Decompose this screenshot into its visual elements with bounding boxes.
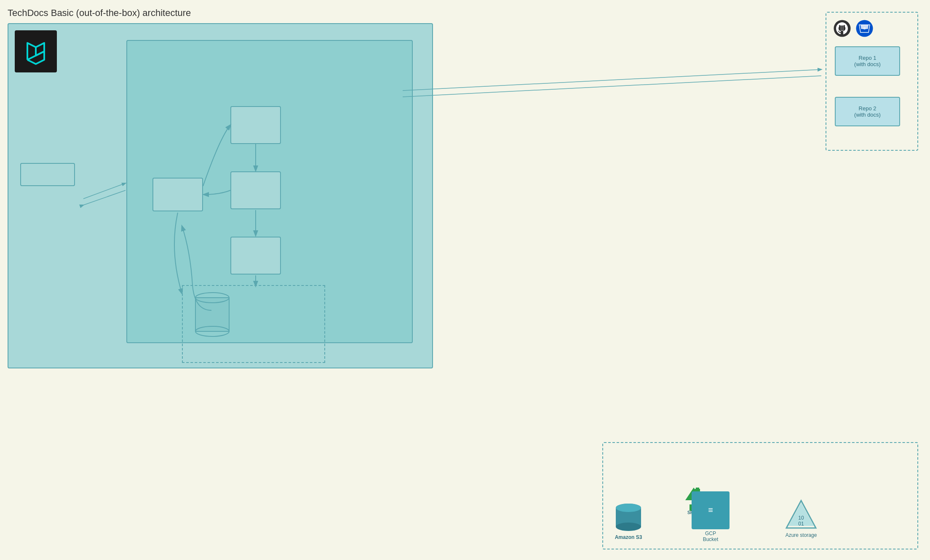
stage-prepare — [230, 106, 281, 144]
repo1-box: Repo 1(with docs) — [835, 46, 900, 76]
repo2-box: Repo 2(with docs) — [835, 97, 900, 126]
svg-point-19 — [616, 504, 641, 512]
svg-rect-23 — [696, 488, 699, 491]
svg-line-15 — [403, 76, 821, 97]
svg-line-14 — [403, 69, 821, 91]
storage-panel: Amazon S3 SFTP ≡ GCPBucket 1001 Azure st… — [602, 442, 918, 549]
bitbucket-icon — [855, 19, 874, 38]
gcp-bucket: ≡ GCPBucket — [692, 491, 730, 542]
techdocs-plugin-box — [20, 163, 75, 186]
page-title: TechDocs Basic (out-of-the-box) architec… — [8, 8, 191, 19]
svg-rect-4 — [195, 298, 229, 331]
backend-plugin-container — [126, 40, 413, 343]
svg-line-8 — [83, 183, 126, 199]
azure-storage: 1001 Azure storage — [784, 499, 818, 538]
backend-plugin-label — [131, 40, 134, 42]
svg-point-13 — [863, 27, 866, 30]
main-container — [8, 23, 433, 368]
svg-point-18 — [616, 523, 641, 531]
route-handler — [152, 178, 203, 211]
source-panel:  Repo 1(with docs) Repo 2(with docs) — [826, 12, 918, 151]
stage-publish — [230, 237, 281, 275]
svg-line-9 — [83, 190, 126, 205]
svg-text:≡: ≡ — [708, 505, 713, 515]
amazon-s3: Amazon S3 — [612, 499, 645, 540]
backstage-logo — [15, 30, 57, 72]
github-icon:  — [833, 19, 852, 38]
svg-text:1001: 1001 — [798, 515, 804, 527]
stage-generate — [230, 171, 281, 209]
filesystem-container — [182, 285, 325, 363]
